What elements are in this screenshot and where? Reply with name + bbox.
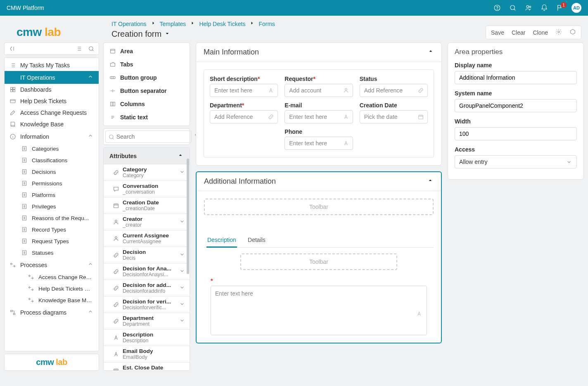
field-input[interactable]: Pick the date xyxy=(360,110,428,123)
prop-width-input[interactable] xyxy=(455,127,577,140)
text-icon xyxy=(268,87,274,95)
sidebar-item[interactable]: My Tasks My Tasks xyxy=(5,59,99,71)
field-input[interactable]: Enter text here xyxy=(210,84,278,97)
element-icon xyxy=(109,114,116,121)
required-marker: * xyxy=(211,277,427,284)
description-textarea[interactable]: Enter text here xyxy=(211,286,427,335)
chevron-right-icon xyxy=(249,20,255,28)
attribute-row[interactable]: Decision for veri...Decisionforverific..… xyxy=(104,296,190,313)
attribute-row[interactable]: DepartmentDepartment xyxy=(104,313,190,329)
sidebar-item[interactable]: Categories xyxy=(5,143,99,154)
chevron-right-icon xyxy=(150,20,156,28)
sidebar-item[interactable]: Permissions xyxy=(5,178,99,189)
search-icon[interactable] xyxy=(88,45,95,52)
chat-icon xyxy=(113,186,119,192)
field-input[interactable]: Enter text here xyxy=(285,110,353,123)
attribute-sysname: EmailBody xyxy=(123,354,185,360)
field-input[interactable]: Add Reference xyxy=(360,84,428,97)
attribute-row[interactable]: DescriptionDescription xyxy=(104,329,190,346)
field-phone: PhoneEnter text here xyxy=(285,128,353,150)
breadcrumb-item[interactable]: Help Desk Tickets xyxy=(199,21,245,27)
element-type-item[interactable]: Button separator xyxy=(104,84,190,97)
attribute-row[interactable]: CategoryCategory xyxy=(104,164,190,181)
sidebar-item[interactable]: Classifications xyxy=(5,154,99,166)
toolbar-placeholder[interactable]: Toolbar xyxy=(204,199,434,215)
field-input[interactable]: Add Reference xyxy=(210,110,278,123)
sidebar-item[interactable]: Reasons of the Requ... xyxy=(5,212,99,224)
chevron-up-icon[interactable] xyxy=(427,177,434,186)
tab-details[interactable]: Details xyxy=(247,233,266,247)
save-button[interactable]: Save xyxy=(491,29,504,36)
sidebar-item[interactable]: Knowledge Base Ma... xyxy=(5,294,99,306)
area-additional-information[interactable]: Additional Information Toolbar Descripti… xyxy=(196,171,442,343)
sidebar-item[interactable]: Request Types xyxy=(5,235,99,247)
breadcrumb-item[interactable]: IT Operations xyxy=(111,21,147,27)
attribute-row[interactable]: Conversation_conversation xyxy=(104,181,190,197)
element-type-item[interactable]: Area xyxy=(104,45,190,58)
sidebar-item[interactable]: Platforms xyxy=(5,189,99,201)
attribute-name: Decision for add... xyxy=(123,282,175,288)
attribute-row[interactable]: Creator_creator xyxy=(104,214,190,230)
chevron-up-icon[interactable] xyxy=(427,48,434,57)
sidebar-item-label: Access Change Requests xyxy=(20,109,87,116)
sidebar-item[interactable]: Privileges xyxy=(5,201,99,212)
toolbar-placeholder[interactable]: Toolbar xyxy=(240,253,397,270)
element-type-item[interactable]: Button group xyxy=(104,71,190,84)
search-icon[interactable] xyxy=(509,4,517,12)
attribute-row[interactable]: Decision for add...Decisionforaddinfo xyxy=(104,280,190,296)
attribute-row[interactable]: Decision for Ana...DecisionforAnaysi... xyxy=(104,263,190,280)
sidebar-item[interactable]: Decisions xyxy=(5,166,99,178)
breadcrumb-item[interactable]: Templates xyxy=(160,21,186,27)
collapse-icon[interactable] xyxy=(9,45,15,52)
sidebar-item[interactable]: Record Types xyxy=(5,224,99,235)
settings-icon[interactable] xyxy=(555,28,562,36)
sidebar-item[interactable]: Dashboards xyxy=(5,84,99,95)
tab-description[interactable]: Description xyxy=(206,233,237,248)
bell-icon[interactable] xyxy=(540,4,548,12)
help-icon[interactable] xyxy=(493,4,501,12)
sidebar-item[interactable]: Process diagrams xyxy=(5,306,99,319)
attributes-header[interactable]: Attributes xyxy=(104,148,190,164)
sidebar-item[interactable]: Access Change Requests xyxy=(5,107,99,118)
sidebar-item[interactable]: Statuses xyxy=(5,247,99,258)
list-icon[interactable] xyxy=(76,45,82,52)
sidebar-item[interactable]: Knowledge Base xyxy=(5,118,99,130)
sidebar-item[interactable]: IT Operations xyxy=(5,71,99,84)
page-title[interactable]: Creation form xyxy=(111,29,476,39)
attribute-row[interactable]: Email BodyEmailBody xyxy=(104,346,190,362)
link-icon xyxy=(113,318,119,324)
sidebar-item-label: Categories xyxy=(32,146,59,152)
person-icon xyxy=(113,235,119,242)
search-input[interactable] xyxy=(106,131,191,142)
flag-icon[interactable]: 1 xyxy=(556,4,564,12)
prop-access-select[interactable]: Allow entry xyxy=(455,155,577,168)
element-type-item[interactable]: Static text xyxy=(104,111,190,124)
sidebar-item[interactable]: Help Desk Tickets xyxy=(5,95,99,107)
attribute-row[interactable]: Est. Close DateEstCloseDate xyxy=(104,362,190,371)
element-type-item[interactable]: Columns xyxy=(104,97,190,111)
field-input[interactable]: Enter text here xyxy=(285,137,353,150)
people-icon[interactable] xyxy=(524,4,533,12)
scrollbar-thumb[interactable] xyxy=(187,159,189,274)
logo-cmw: cmw xyxy=(17,26,42,38)
prop-system-name-input[interactable] xyxy=(455,99,577,112)
hex-icon[interactable] xyxy=(569,28,576,36)
field-input[interactable]: Add account xyxy=(285,84,353,97)
clone-button[interactable]: Clone xyxy=(533,29,548,36)
sidebar-item[interactable]: Help Desk Tickets Pr... xyxy=(5,283,99,294)
avatar[interactable]: AD xyxy=(571,3,581,13)
chevron-down-icon xyxy=(179,251,185,259)
clear-button[interactable]: Clear xyxy=(512,29,525,36)
area-main-information[interactable]: Main Information Short description*Enter… xyxy=(196,43,442,166)
attribute-row[interactable]: DecisionDecis xyxy=(104,247,190,263)
sidebar-item[interactable]: Access Change Requ... xyxy=(5,271,99,283)
sidebar-item[interactable]: Processes xyxy=(5,258,99,271)
attribute-name: Category xyxy=(123,166,175,173)
breadcrumb-item[interactable]: Forms xyxy=(258,21,275,27)
prop-display-name-input[interactable] xyxy=(455,71,577,84)
attribute-sysname: Description xyxy=(123,338,185,343)
sidebar-item[interactable]: Information xyxy=(5,130,99,143)
element-type-item[interactable]: Tabs xyxy=(104,58,190,71)
attribute-row[interactable]: Creation Date_creationDate xyxy=(104,197,190,214)
attribute-row[interactable]: Current AssigneeCurrentAssignee xyxy=(104,230,190,247)
